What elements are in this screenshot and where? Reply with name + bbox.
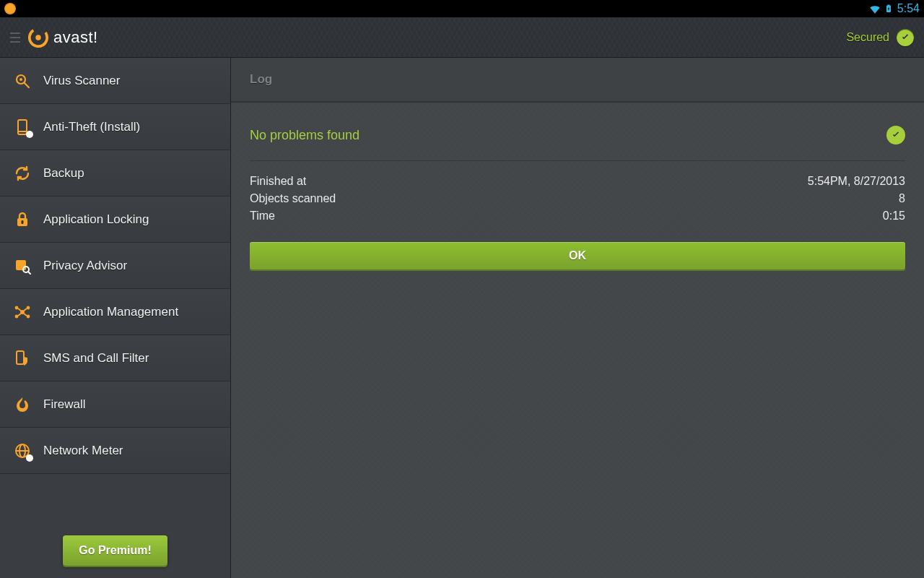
menu-icon[interactable] xyxy=(10,33,20,43)
sidebar-item-firewall[interactable]: Firewall xyxy=(0,381,230,428)
detail-value: 0:15 xyxy=(883,210,905,223)
lock-icon xyxy=(13,210,32,229)
check-icon xyxy=(886,126,905,144)
battery-charging-icon xyxy=(884,2,893,15)
detail-label: Finished at xyxy=(250,175,306,188)
android-status-bar: 5:54 xyxy=(0,0,924,17)
status-clock: 5:54 xyxy=(896,2,920,15)
sidebar-item-virus-scanner[interactable]: Virus Scanner xyxy=(0,58,230,104)
sidebar-item-label: SMS and Call Filter xyxy=(43,351,149,366)
sidebar-item-label: Network Meter xyxy=(43,444,123,458)
sidebar-item-label: Virus Scanner xyxy=(43,74,120,88)
phone-prohibit-icon xyxy=(13,118,32,137)
svg-line-13 xyxy=(28,272,30,274)
nodes-icon xyxy=(13,303,32,322)
svg-rect-11 xyxy=(16,260,26,270)
sidebar-item-label: Application Locking xyxy=(43,212,149,227)
detail-label: Objects scanned xyxy=(250,192,336,205)
sidebar-item-label: Application Management xyxy=(43,305,178,319)
wifi-icon xyxy=(868,2,881,15)
sidebar: Virus Scanner Anti-Theft (Install) Backu… xyxy=(0,58,231,578)
detail-objects: Objects scanned 8 xyxy=(250,190,905,207)
svg-point-6 xyxy=(19,78,22,81)
detail-time: Time 0:15 xyxy=(250,207,905,225)
svg-rect-1 xyxy=(887,5,889,7)
sidebar-item-backup[interactable]: Backup xyxy=(0,150,230,197)
phone-shield-icon xyxy=(13,349,32,368)
svg-rect-10 xyxy=(22,220,24,224)
detail-value: 8 xyxy=(899,192,905,205)
sidebar-item-label: Anti-Theft (Install) xyxy=(43,120,140,134)
svg-line-5 xyxy=(25,83,29,87)
sidebar-item-app-management[interactable]: Application Management xyxy=(0,289,230,335)
magnifier-shield-icon xyxy=(13,72,32,90)
panel-title: Log xyxy=(231,58,924,103)
scan-result-row: No problems found xyxy=(250,117,905,161)
scan-result-text: No problems found xyxy=(250,128,359,143)
detail-label: Time xyxy=(250,210,275,223)
detail-finished: Finished at 5:54PM, 8/27/2013 xyxy=(250,173,905,190)
backup-arrows-icon xyxy=(13,164,32,183)
sidebar-item-label: Privacy Advisor xyxy=(43,259,127,273)
main-panel: Log No problems found Finished at 5:54PM… xyxy=(231,58,924,578)
detail-value: 5:54PM, 8/27/2013 xyxy=(808,175,905,188)
brand[interactable]: avast! xyxy=(27,27,98,48)
sidebar-item-label: Firewall xyxy=(43,397,86,412)
svg-rect-19 xyxy=(17,351,24,364)
sidebar-item-app-locking[interactable]: Application Locking xyxy=(0,197,230,243)
secured-check-icon xyxy=(897,29,914,46)
app-header: avast! Secured xyxy=(0,17,924,58)
brand-text: avast! xyxy=(53,28,98,47)
avast-notification-icon xyxy=(4,3,16,14)
go-premium-button[interactable]: Go Premium! xyxy=(63,535,167,566)
svg-point-3 xyxy=(35,35,41,40)
sidebar-item-network-meter[interactable]: Network Meter xyxy=(0,428,230,474)
secured-label: Secured xyxy=(846,31,889,44)
sidebar-item-label: Backup xyxy=(43,166,84,181)
globe-icon xyxy=(13,441,32,460)
ok-button[interactable]: OK xyxy=(250,242,905,269)
flame-icon xyxy=(13,395,32,414)
sidebar-item-sms-call-filter[interactable]: SMS and Call Filter xyxy=(0,335,230,381)
sidebar-item-anti-theft[interactable]: Anti-Theft (Install) xyxy=(0,104,230,150)
privacy-search-icon xyxy=(13,256,32,275)
sidebar-item-privacy-advisor[interactable]: Privacy Advisor xyxy=(0,243,230,289)
avast-logo-icon xyxy=(27,27,49,48)
